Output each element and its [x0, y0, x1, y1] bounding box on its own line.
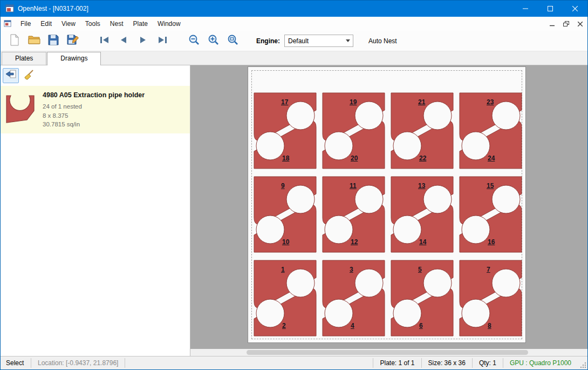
combo-arrow-icon[interactable] [343, 35, 353, 46]
clear-drawings-button[interactable] [21, 68, 37, 83]
part-number: 13 [418, 182, 425, 190]
left-arrow-document-icon [5, 69, 17, 82]
nav-next-icon [139, 36, 147, 46]
part-pair[interactable]: 7 8 [456, 258, 525, 338]
status-size: Size: 36 x 36 [422, 356, 472, 369]
part-number: 4 [351, 322, 354, 329]
zoom-fit-button[interactable] [223, 32, 242, 50]
part-number: 9 [281, 182, 285, 190]
app-window: OpenNest - [N0317-002] File Edit [0, 0, 588, 370]
zoom-in-button[interactable] [203, 32, 223, 50]
zoom-out-button[interactable] [184, 32, 203, 50]
document-icon [4, 19, 12, 28]
save-button[interactable] [44, 32, 63, 50]
tab-plates[interactable]: Plates [2, 52, 46, 65]
part-pair[interactable]: 9 10 [251, 174, 319, 254]
part-number: 18 [282, 154, 289, 162]
status-gpu: GPU : Quadro P1000 [503, 356, 578, 369]
nest-canvas[interactable]: 17 18 19 20 21 22 23 24 [190, 65, 587, 356]
zoom-in-icon [208, 34, 219, 48]
part-number: 20 [351, 154, 358, 162]
nav-previous-icon [120, 36, 127, 46]
mdi-close-button[interactable] [573, 18, 586, 30]
menu-edit[interactable]: Edit [36, 17, 57, 30]
close-icon [572, 4, 578, 14]
part-pair[interactable]: 11 12 [319, 174, 388, 254]
broom-icon [24, 69, 35, 82]
drawing-title: 4980 A05 Extraction pipe holder [43, 90, 145, 100]
app-icon [5, 4, 14, 13]
part-number: 12 [351, 238, 358, 246]
maximize-button[interactable] [538, 1, 563, 17]
menu-plate[interactable]: Plate [128, 17, 153, 30]
part-number: 15 [487, 182, 494, 190]
next-plate-button[interactable] [133, 32, 153, 50]
new-file-icon [9, 34, 20, 48]
menu-view[interactable]: View [57, 17, 80, 30]
main-toolbar: Engine: Default Auto Nest [1, 31, 587, 51]
statusbar: Select Location: [-0.9437, 21.8796] Plat… [1, 356, 587, 369]
part-pair[interactable]: 21 22 [388, 91, 456, 171]
mdi-minimize-button[interactable] [545, 18, 558, 30]
auto-nest-button[interactable]: Auto Nest [365, 35, 400, 47]
part-pair[interactable]: 5 6 [388, 258, 456, 338]
open-button[interactable] [24, 32, 44, 50]
nav-last-icon [158, 36, 168, 46]
nav-first-icon [99, 36, 110, 46]
drawing-area: 30.7815 sq/in [43, 120, 145, 129]
plate[interactable]: 17 18 19 20 21 22 23 24 [248, 66, 526, 343]
save-as-button[interactable] [63, 32, 83, 50]
menu-file[interactable]: File [16, 17, 36, 30]
part-number: 2 [282, 322, 286, 329]
part-number: 24 [488, 154, 495, 162]
part-number: 10 [282, 238, 289, 246]
part-number: 5 [418, 266, 422, 273]
scrollbar-thumb[interactable] [247, 350, 528, 355]
part-pair[interactable]: 3 4 [319, 258, 388, 338]
part-number: 8 [488, 322, 491, 329]
drawing-list-item[interactable]: 4980 A05 Extraction pipe holder 24 of 1 … [1, 86, 190, 133]
minimize-icon [523, 4, 528, 14]
part-pair[interactable]: 1 2 [251, 258, 319, 338]
part-number: 3 [350, 266, 353, 273]
drawing-dimensions: 8 x 8.375 [43, 111, 145, 120]
engine-select[interactable]: Default [284, 35, 353, 47]
part-number: 17 [281, 98, 288, 106]
resize-grip[interactable] [578, 356, 587, 369]
engine-label: Engine: [256, 37, 280, 45]
first-plate-button[interactable] [94, 32, 114, 50]
drawing-info: 4980 A05 Extraction pipe holder 24 of 1 … [43, 90, 145, 129]
open-folder-icon [28, 35, 40, 47]
previous-plate-button[interactable] [114, 32, 133, 50]
save-edit-icon [67, 34, 79, 48]
drawing-nested-count: 24 of 1 nested [43, 102, 145, 111]
part-number: 23 [487, 98, 494, 106]
menubar: File Edit View Tools Nest Plate Window [1, 17, 587, 31]
window-title: OpenNest - [N0317-002] [18, 5, 513, 12]
menu-window[interactable]: Window [153, 17, 186, 30]
close-button[interactable] [563, 1, 587, 17]
part-thumbnail [5, 92, 36, 126]
mdi-restore-button[interactable] [559, 18, 572, 30]
part-pair[interactable]: 13 14 [388, 174, 456, 254]
part-number: 1 [281, 266, 285, 273]
maximize-icon [548, 4, 553, 14]
part-number: 11 [350, 182, 357, 190]
part-pair[interactable]: 17 18 [251, 91, 319, 171]
minimize-button[interactable] [513, 1, 538, 17]
last-plate-button[interactable] [153, 32, 172, 50]
status-plate: Plate: 1 of 1 [373, 356, 421, 369]
menu-tools[interactable]: Tools [80, 17, 105, 30]
part-pair[interactable]: 23 24 [456, 91, 525, 171]
zoom-fit-icon [227, 34, 238, 48]
horizontal-scrollbar[interactable] [190, 349, 587, 356]
new-button[interactable] [5, 32, 24, 50]
menu-nest[interactable]: Nest [105, 17, 128, 30]
send-to-plate-button[interactable] [3, 68, 19, 83]
tab-drawings[interactable]: Drawings [47, 52, 101, 65]
engine-value: Default [285, 37, 343, 45]
part-pair[interactable]: 19 20 [319, 91, 388, 171]
part-number: 16 [488, 238, 495, 246]
part-pair[interactable]: 15 16 [456, 174, 525, 254]
part-number: 7 [487, 266, 490, 273]
